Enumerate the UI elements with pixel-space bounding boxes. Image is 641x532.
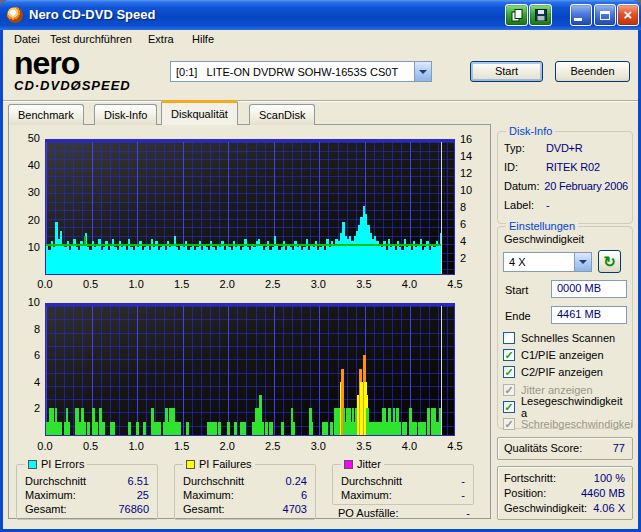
nero-logo: nero CD·DVDØSPEED	[14, 48, 164, 93]
axis-tick-label: 2.0	[212, 278, 242, 290]
close-button[interactable]: ×	[617, 4, 639, 26]
minimize-button[interactable]	[570, 4, 592, 26]
progress-panel: Fortschritt:100 % Position:4460 MB Gesch…	[497, 466, 633, 520]
pi-failures-swatch	[186, 460, 195, 469]
axis-tick-label: 8	[18, 323, 40, 335]
title-bar[interactable]: Nero CD-DVD Speed ×	[0, 0, 641, 30]
axis-tick-label: 1.0	[121, 440, 151, 452]
tab-disk-info[interactable]: Disk-Info	[94, 104, 157, 125]
checkbox-c2-pif-anzeigen[interactable]: ✓C2/PIF anzeigen	[503, 365, 603, 379]
axis-tick-label: 50	[18, 132, 40, 144]
speed-readout-label: Geschwindigkeit:	[504, 502, 587, 514]
menu-extra[interactable]: Extra	[141, 31, 181, 48]
disk-info-value: DVD+R	[546, 142, 583, 154]
stat-label: Maximum:	[25, 489, 76, 502]
pi-errors-title: PI Errors	[41, 458, 84, 470]
jitter-title: Jitter	[357, 458, 381, 470]
stat-label: Gesamt:	[183, 503, 225, 516]
axis-tick-label: 0.5	[76, 440, 106, 452]
pi-errors-panel: PI Errors Durchschnitt6.51 Maximum:25 Ge…	[16, 464, 158, 520]
checkbox-label: Schreibgeschwindigkei	[521, 418, 633, 430]
refresh-button[interactable]: ↻	[598, 250, 621, 273]
end-mb-field[interactable]: 4461 MB	[551, 306, 627, 324]
app-icon	[7, 7, 23, 23]
progress-value: 100 %	[594, 472, 625, 484]
axis-tick-label: 10	[18, 241, 40, 253]
speed-readout-value: 4.06 X	[593, 502, 625, 514]
chevron-down-icon[interactable]	[574, 253, 591, 271]
disk-info-label: Datum:	[504, 180, 544, 192]
checkbox-label: Lesegeschwindigkeit a	[521, 395, 631, 419]
axis-tick-label: 2	[460, 252, 482, 264]
axis-tick-label: 20	[18, 214, 40, 226]
speed-select[interactable]: 4 X	[503, 252, 592, 272]
speed-label: Geschwindigkeit	[504, 233, 584, 245]
quality-score-panel: Qualitäts Score: 77	[497, 437, 633, 460]
scan-cursor	[441, 142, 442, 274]
speed-select-value: 4 X	[504, 256, 574, 268]
drive-select[interactable]: [0:1] LITE-ON DVDRW SOHW-1653S CS0T	[170, 61, 432, 82]
tab-diskqualitaet[interactable]: Diskqualität	[161, 100, 238, 125]
close-icon: ×	[624, 5, 633, 25]
checkmark-icon: ✓	[503, 384, 515, 396]
drive-select-value: [0:1] LITE-ON DVDRW SOHW-1653S CS0T	[171, 66, 414, 78]
axis-tick-label: 1.5	[167, 278, 197, 290]
checkbox-c1-pie-anzeigen[interactable]: ✓C1/PIE anzeigen	[503, 348, 604, 362]
menu-hilfe[interactable]: Hilfe	[185, 31, 221, 48]
axis-tick-label: 4.5	[440, 278, 470, 290]
axis-tick-label: 2	[18, 402, 40, 414]
stat-label: Durchschnitt	[25, 475, 86, 488]
disk-info-group: Disk-Info Typ:DVD+R ID:RITEK R02 Datum:2…	[497, 131, 633, 224]
disk-info-label: Label:	[504, 199, 546, 211]
disk-info-label: ID:	[504, 161, 546, 173]
maximize-button[interactable]	[594, 4, 616, 26]
start-mb-label: Start	[505, 284, 528, 296]
disk-info-value: 20 February 2006	[544, 180, 628, 192]
pi-failures-chart	[45, 303, 455, 436]
position-value: 4460 MB	[581, 487, 625, 499]
disk-info-value: RITEK R02	[546, 161, 600, 173]
checkbox-empty[interactable]	[503, 332, 515, 344]
axis-tick-label: 6	[460, 218, 482, 230]
axis-tick-label: 12	[460, 167, 482, 179]
axis-tick-label: 3.0	[303, 278, 333, 290]
maximize-icon	[600, 11, 610, 20]
stat-value: -	[461, 489, 465, 502]
copy-button[interactable]	[505, 4, 528, 26]
start-button[interactable]: Start	[470, 61, 543, 82]
checkbox-label: C1/PIE anzeigen	[521, 349, 604, 361]
axis-tick-label: 1.5	[167, 440, 197, 452]
disk-info-value: -	[546, 199, 549, 211]
checkmark-icon[interactable]: ✓	[503, 401, 515, 413]
checkbox-label: Jitter anzeigen	[521, 384, 593, 396]
stat-value: 6.51	[128, 475, 149, 488]
axis-tick-label: 6	[18, 349, 40, 361]
header-separator	[3, 100, 638, 102]
quit-button[interactable]: Beenden	[555, 61, 630, 82]
start-mb-field[interactable]: 0000 MB	[551, 280, 627, 298]
jitter-swatch	[344, 460, 353, 469]
po-failures-line: PO Ausfälle: -	[338, 507, 470, 519]
checkbox-schnelles-scannen[interactable]: Schnelles Scannen	[503, 331, 615, 345]
save-button[interactable]	[529, 4, 552, 26]
stat-value: -	[461, 475, 465, 488]
checkmark-icon[interactable]: ✓	[503, 366, 515, 378]
checkbox-lesegeschwindigkeit-a[interactable]: ✓Lesegeschwindigkeit a	[503, 400, 631, 414]
settings-checkboxes: Schnelles Scannen✓C1/PIE anzeigen✓C2/PIF…	[503, 326, 631, 426]
tab-benchmark[interactable]: Benchmark	[8, 104, 84, 125]
checkbox-label: Schnelles Scannen	[521, 332, 615, 344]
tab-scandisk[interactable]: ScanDisk	[249, 104, 315, 125]
checkmark-icon[interactable]: ✓	[503, 349, 515, 361]
chevron-down-icon[interactable]	[414, 62, 431, 81]
axis-tick-label: 0.0	[30, 278, 60, 290]
axis-tick-label: 16	[460, 133, 482, 145]
stat-label: Durchschnitt	[341, 475, 402, 488]
checkbox-schreibgeschwindigkei: ✓Schreibgeschwindigkei	[503, 417, 633, 431]
nero-logo-wordmark: nero	[14, 48, 164, 78]
copy-icon	[510, 8, 524, 22]
stat-value: 0.24	[286, 475, 307, 488]
position-label: Position:	[504, 487, 546, 499]
progress-label: Fortschritt:	[504, 472, 556, 484]
end-mb-label: Ende	[505, 310, 531, 322]
stat-label: Maximum:	[183, 489, 234, 502]
